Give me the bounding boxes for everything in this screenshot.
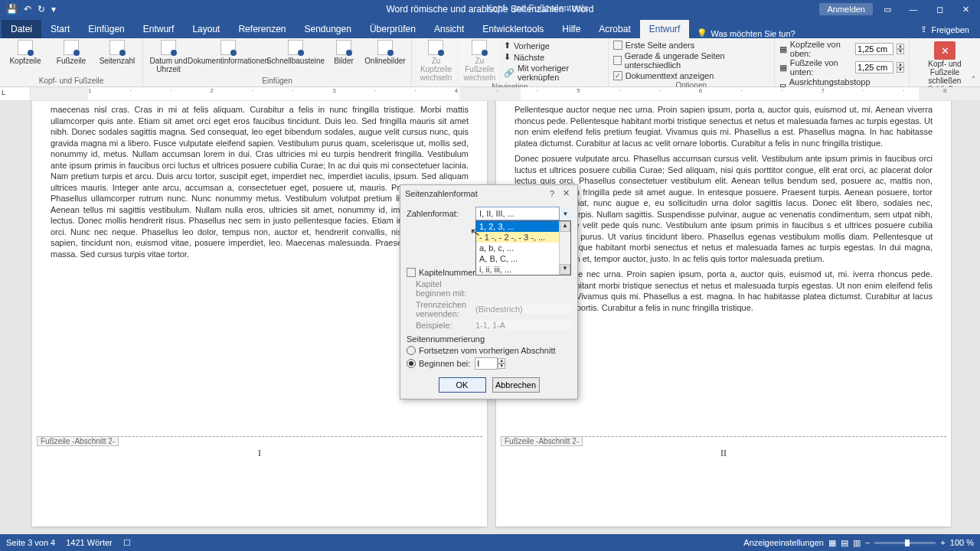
tab-ansicht[interactable]: Ansicht — [425, 20, 473, 38]
gerade-ungerade-chk[interactable]: Gerade & ungerade Seiten unterschiedlich — [613, 51, 769, 70]
footer-dist-icon: ▦ — [779, 63, 787, 73]
dropdown-option[interactable]: a, b, c, ... — [476, 243, 570, 253]
kapitelnr-checkbox[interactable] — [407, 268, 416, 277]
schnellbausteine-button[interactable]: Schnellbausteine — [267, 40, 324, 65]
goto-footer-icon — [472, 40, 487, 55]
kopfzeile-oben-spin[interactable]: ▦Kopfzeile von oben:▲▼ — [779, 40, 904, 58]
group-label: Kopf- und Fußzeile — [5, 77, 138, 86]
zahlenformat-combo[interactable]: I, II, III, ... ▼ 1, 2, 3, ... - 1 -, - … — [475, 207, 571, 220]
fusszeile-unten-spin[interactable]: ▦Fußzeile von unten:▲▼ — [779, 58, 904, 77]
datetime-icon — [161, 40, 176, 55]
zoom-in-icon[interactable]: + — [940, 538, 945, 547]
tab-sendungen[interactable]: Sendungen — [296, 20, 361, 38]
onlinepic-icon — [377, 40, 393, 55]
tab-referenzen[interactable]: Referenzen — [229, 20, 295, 38]
beginnen-input[interactable] — [475, 357, 498, 370]
horizontal-ruler[interactable]: 1 · · 2 · · 3 · · 4 · · 5 · · 6 · · 7 · … — [31, 87, 980, 100]
dropdown-option[interactable]: 1, 2, 3, ... — [476, 221, 570, 232]
footer-zone[interactable]: Fußzeile -Abschnitt 2- I — [37, 436, 482, 473]
zoom-out-icon[interactable]: − — [865, 538, 870, 547]
bilder-button[interactable]: Bilder — [328, 40, 359, 65]
seitenzahl-button[interactable]: Seitenzahl — [96, 40, 138, 65]
word-count[interactable]: 1421 Wörter — [66, 538, 113, 547]
view-print-icon[interactable]: ▦ — [828, 538, 836, 548]
erste-seite-chk[interactable]: Erste Seite anders — [613, 40, 769, 51]
trenn-label: Trennzeichen verwenden: — [407, 300, 475, 318]
verknuepfen-button[interactable]: 🔗Mit vorheriger verknüpfen — [504, 63, 603, 83]
login-button[interactable]: Anmelden — [819, 3, 873, 15]
scroll-down-icon: ▼ — [560, 264, 570, 275]
next-icon: ⬇ — [504, 52, 511, 62]
zoom-value[interactable]: 100 % — [950, 538, 974, 547]
tab-context-entwurf[interactable]: Entwurf — [640, 20, 690, 38]
kopfzeile-button[interactable]: Kopfzeile — [5, 40, 46, 65]
minimize-icon[interactable]: — — [902, 2, 925, 16]
footer-page-number[interactable]: I — [37, 448, 482, 459]
ok-button[interactable]: OK — [439, 377, 486, 393]
save-icon[interactable]: 💾 — [6, 4, 18, 15]
qat-more-icon[interactable]: ▾ — [51, 4, 56, 15]
dropdown-option[interactable]: i, ii, iii, ... — [476, 264, 570, 275]
dropdown-option[interactable]: A, B, C, ... — [476, 253, 570, 264]
collapse-ribbon-icon[interactable]: ˄ — [972, 75, 975, 83]
zoom-slider[interactable] — [874, 542, 936, 544]
tab-selector-icon[interactable]: L — [0, 87, 7, 98]
beginnen-radio[interactable] — [407, 359, 416, 368]
pagenumber-icon — [109, 40, 125, 55]
doktext-chk[interactable]: ✓Dokumenttext anzeigen — [613, 70, 769, 81]
close-headerfooter-button[interactable]: ✕Kopf- und Fußzeile schließen — [914, 40, 975, 85]
tell-me[interactable]: 💡 Was möchten Sie tun? — [697, 28, 795, 38]
zufuss-button: Zu Fußzeile wechseln — [460, 40, 499, 82]
vorherige-button[interactable]: ⬆Vorherige — [504, 40, 603, 51]
chevron-down-icon[interactable]: ▼ — [559, 207, 571, 220]
dropdown-option[interactable]: - 1 -, - 2 -, - 3 -, ... — [476, 232, 570, 243]
tab-einfuegen[interactable]: Einfügen — [79, 20, 133, 38]
tab-hilfe[interactable]: Hilfe — [553, 20, 590, 38]
status-bar: Seite 3 von 4 1421 Wörter ☐ Anzeigeeinst… — [0, 534, 980, 551]
view-web-icon[interactable]: ▥ — [853, 538, 861, 548]
ribbon-tabs: Datei Start Einfügen Entwurf Layout Refe… — [0, 18, 980, 38]
tab-entwurf[interactable]: Entwurf — [134, 20, 184, 38]
view-read-icon[interactable]: ▤ — [841, 538, 848, 548]
proofing-icon[interactable]: ☐ — [123, 538, 131, 548]
redo-icon[interactable]: ↻ — [38, 4, 45, 15]
dialog-title: Seitenzahlenformat — [405, 189, 545, 198]
dropdown-scrollbar[interactable]: ▲▼ — [559, 221, 570, 275]
footer-zone[interactable]: Fußzeile -Abschnitt 2- II — [501, 436, 946, 473]
cancel-button[interactable]: Abbrechen — [492, 377, 540, 393]
kapitelnr-label: Kapitelnummer — [419, 268, 475, 277]
footer-icon — [64, 40, 79, 55]
ribbon-mode-icon[interactable]: ▭ — [876, 2, 899, 16]
dokinfo-button[interactable]: Dokumentinformationen — [194, 40, 263, 65]
footer-section-label: Fußzeile -Abschnitt 2- — [501, 436, 583, 446]
link-icon: 🔗 — [504, 68, 514, 78]
beginnen-spinbtns[interactable]: ▲▼ — [498, 358, 505, 369]
onlinebilder-button[interactable]: Onlinebilder — [364, 40, 407, 65]
tab-ueberpruefen[interactable]: Überprüfen — [361, 20, 425, 38]
fortsetzen-label: Fortsetzen vom vorherigen Abschnitt — [419, 346, 556, 355]
footer-page-number[interactable]: II — [501, 448, 946, 459]
close-window-icon[interactable]: ✕ — [954, 2, 977, 16]
dialog-close-icon[interactable]: ✕ — [559, 188, 573, 198]
fortsetzen-radio[interactable] — [407, 346, 416, 355]
tab-layout[interactable]: Layout — [183, 20, 229, 38]
tell-me-placeholder: Was möchten Sie tun? — [710, 29, 795, 38]
tab-start[interactable]: Start — [41, 20, 79, 38]
undo-icon[interactable]: ↶ — [24, 4, 31, 15]
tab-acrobat[interactable]: Acrobat — [590, 20, 639, 38]
tab-entwicklertools[interactable]: Entwicklertools — [473, 20, 553, 38]
trenn-value: (Bindestrich) — [475, 305, 571, 314]
docinfo-icon — [220, 40, 236, 55]
dialog-help-icon[interactable]: ? — [545, 189, 559, 198]
kapitel-begin-label: Kapitel beginnen mit: — [407, 279, 475, 298]
header-dist-icon: ▦ — [779, 44, 787, 54]
tab-file[interactable]: Datei — [2, 20, 41, 38]
maximize-icon[interactable]: ◻ — [928, 2, 951, 16]
fusszeile-button[interactable]: Fußzeile — [51, 40, 92, 65]
share-button[interactable]: ⇪ Freigeben — [910, 21, 980, 38]
page-status[interactable]: Seite 3 von 4 — [6, 538, 55, 547]
datum-button[interactable]: Datum und Uhrzeit — [148, 40, 189, 73]
display-settings[interactable]: Anzeigeeinstellungen — [743, 538, 824, 547]
zahlenformat-label: Zahlenformat: — [407, 209, 475, 218]
naechste-button[interactable]: ⬇Nächste — [504, 51, 603, 63]
